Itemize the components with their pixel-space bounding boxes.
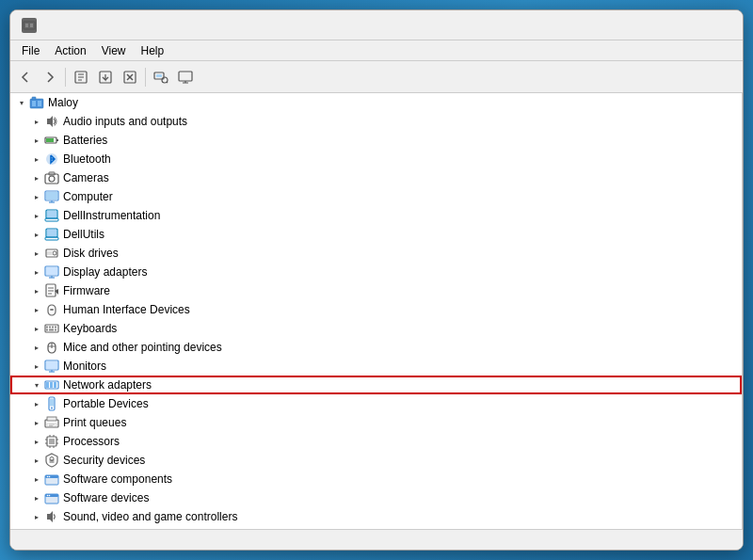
expand-icon-processors[interactable]: ▸	[29, 434, 44, 449]
item-label-mice: Mice and other pointing devices	[63, 341, 222, 354]
menu-file[interactable]: File	[14, 42, 47, 59]
expand-icon-firmware[interactable]: ▸	[29, 283, 44, 298]
tree-item-cameras[interactable]: ▸Cameras	[10, 168, 742, 187]
expand-icon-dellutils[interactable]: ▸	[29, 227, 44, 242]
tree-item-audio[interactable]: ▸Audio inputs and outputs	[10, 112, 742, 131]
root-icon	[29, 95, 44, 110]
tree-item-softwaredev[interactable]: ▸Software devices	[10, 488, 742, 507]
expand-icon-sound[interactable]: ▸	[29, 509, 44, 524]
item-label-firmware: Firmware	[63, 284, 110, 297]
svg-rect-72	[54, 382, 56, 388]
expand-icon-cameras[interactable]: ▸	[29, 170, 44, 185]
tree-item-diskdrives[interactable]: ▸Disk drives	[10, 244, 742, 263]
window-controls	[598, 11, 731, 40]
tree-item-dellinstr[interactable]: ▸DellInstrumentation	[10, 206, 742, 225]
tree-item-keyboards[interactable]: ▸Keyboards	[10, 319, 742, 338]
tree-items-container: ▸Audio inputs and outputs▸Batteries▸Blue…	[10, 112, 742, 529]
item-label-audio: Audio inputs and outputs	[63, 115, 187, 128]
tree-item-batteries[interactable]: ▸Batteries	[10, 131, 742, 150]
svg-rect-20	[32, 101, 36, 106]
item-icon-monitors	[44, 359, 59, 374]
root-label: Maloy	[48, 96, 78, 109]
menu-help[interactable]: Help	[134, 42, 172, 59]
minimize-button[interactable]	[598, 11, 641, 40]
content-area: ▾ Maloy ▸Audio inputs and outputs▸Batter…	[10, 93, 743, 529]
item-label-hid: Human Interface Devices	[63, 303, 190, 316]
tree-item-firmware[interactable]: ▸Firmware	[10, 281, 742, 300]
maximize-button[interactable]	[643, 11, 686, 40]
uninstall-button[interactable]	[119, 66, 141, 88]
root-expand-icon[interactable]: ▾	[14, 95, 29, 110]
tree-item-dellutils[interactable]: ▸DellUtils	[10, 225, 742, 244]
tree-item-computer[interactable]: ▸Computer	[10, 187, 742, 206]
menu-view[interactable]: View	[94, 42, 134, 59]
tree-item-sound[interactable]: ▸Sound, video and game controllers	[10, 507, 742, 526]
expand-icon-keyboards[interactable]: ▸	[29, 321, 44, 336]
svg-point-100	[49, 495, 51, 497]
expand-icon-softwarecomp[interactable]: ▸	[29, 472, 44, 487]
expand-icon-mice[interactable]: ▸	[29, 340, 44, 355]
update-driver-button[interactable]	[94, 66, 117, 88]
svg-point-27	[49, 176, 55, 182]
item-icon-dellutils	[44, 227, 59, 242]
back-button[interactable]	[14, 66, 37, 88]
item-label-network: Network adapters	[63, 378, 152, 392]
display-button[interactable]	[174, 66, 197, 88]
expand-icon-security[interactable]: ▸	[29, 453, 44, 468]
svg-rect-24	[46, 138, 54, 142]
expand-icon-audio[interactable]: ▸	[29, 114, 44, 129]
svg-rect-74	[50, 399, 54, 407]
tree-item-softwarecomp[interactable]: ▸Software components	[10, 470, 742, 488]
scan-button[interactable]	[150, 66, 172, 88]
item-icon-displayadapters	[44, 264, 59, 280]
properties-button[interactable]	[70, 66, 92, 88]
tree-item-mice[interactable]: ▸Mice and other pointing devices	[10, 338, 742, 357]
item-icon-keyboards	[44, 321, 59, 336]
expand-icon-network[interactable]: ▾	[29, 377, 44, 392]
item-icon-bluetooth	[44, 152, 59, 167]
svg-rect-82	[49, 439, 55, 444]
tree-item-hid[interactable]: ▸Human Interface Devices	[10, 300, 742, 319]
item-icon-portable	[44, 396, 59, 411]
forward-button[interactable]	[39, 66, 61, 88]
expand-icon-softwaredev[interactable]: ▸	[29, 490, 44, 505]
svg-rect-41	[47, 251, 53, 255]
expand-icon-monitors[interactable]: ▸	[29, 359, 44, 374]
expand-icon-bluetooth[interactable]: ▸	[29, 152, 44, 167]
title-bar	[10, 10, 743, 40]
item-icon-audio	[44, 114, 59, 129]
tree-root[interactable]: ▾ Maloy	[10, 93, 742, 112]
expand-icon-hid[interactable]: ▸	[29, 302, 44, 317]
device-tree[interactable]: ▾ Maloy ▸Audio inputs and outputs▸Batter…	[10, 93, 743, 529]
expand-icon-displayadapters[interactable]: ▸	[29, 264, 44, 280]
item-label-displayadapters: Display adapters	[63, 265, 147, 279]
expand-icon-diskdrives[interactable]: ▸	[29, 246, 44, 261]
tree-item-print[interactable]: ▸Print queues	[10, 413, 742, 432]
expand-icon-computer[interactable]: ▸	[29, 189, 44, 204]
item-label-keyboards: Keyboards	[63, 322, 117, 335]
expand-icon-dellinstr[interactable]: ▸	[29, 208, 44, 223]
svg-rect-57	[52, 327, 54, 328]
close-button[interactable]	[688, 11, 731, 40]
app-icon	[22, 18, 37, 33]
menu-action[interactable]: Action	[47, 42, 93, 59]
tree-item-network[interactable]: ▾Network adapters	[10, 376, 742, 394]
tree-item-monitors[interactable]: ▸Monitors	[10, 357, 742, 376]
expand-icon-print[interactable]: ▸	[29, 415, 44, 430]
tree-item-bluetooth[interactable]: ▸Bluetooth	[10, 150, 742, 168]
item-icon-softwaredev	[44, 490, 59, 505]
toolbar-separator-1	[65, 68, 66, 87]
expand-icon-batteries[interactable]: ▸	[29, 133, 44, 148]
svg-rect-37	[47, 230, 56, 236]
tree-item-security[interactable]: ▸Security devices	[10, 451, 742, 470]
item-icon-firmware	[44, 283, 59, 298]
svg-rect-1	[25, 24, 28, 27]
tree-item-processors[interactable]: ▸Processors	[10, 432, 742, 451]
tree-item-displayadapters[interactable]: ▸Display adapters	[10, 263, 742, 281]
tree-item-portable[interactable]: ▸Portable Devices	[10, 394, 742, 413]
svg-rect-30	[46, 192, 57, 200]
item-label-diskdrives: Disk drives	[63, 247, 119, 260]
expand-icon-portable[interactable]: ▸	[29, 396, 44, 411]
svg-rect-71	[50, 382, 53, 388]
item-label-processors: Processors	[63, 435, 120, 448]
